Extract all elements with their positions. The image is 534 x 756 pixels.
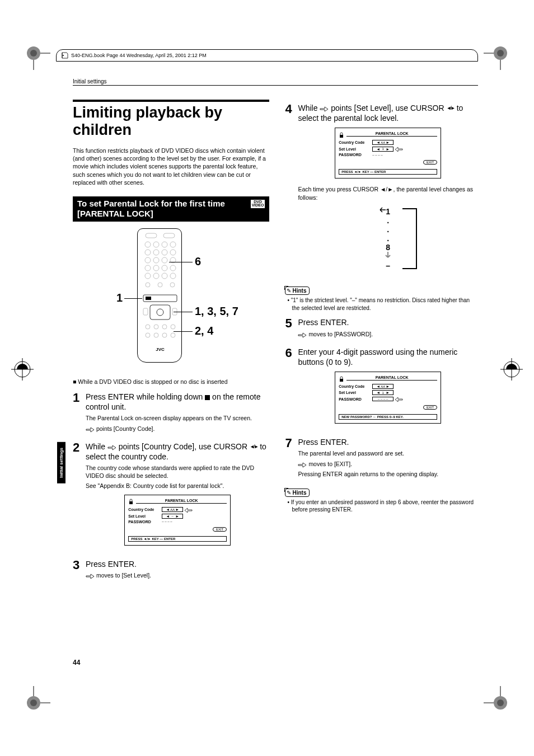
- step-heading: Press ENTER while holding down on the re…: [86, 392, 269, 412]
- callout-1: 1: [116, 292, 123, 304]
- step-number: 1: [73, 392, 83, 435]
- text: While: [86, 442, 107, 451]
- step-subtext: The Parental Lock on-screen display appe…: [86, 414, 269, 422]
- dvd-video-badge: DVD VIDEO: [251, 200, 265, 208]
- svg-point-25: [145, 242, 151, 247]
- svg-point-59: [154, 333, 158, 337]
- pointer-hand-icon: [185, 507, 193, 513]
- lock-icon: [128, 500, 134, 504]
- text: –: [172, 514, 174, 518]
- svg-rect-24: [163, 233, 175, 238]
- svg-point-60: [162, 333, 167, 337]
- callout-24: 2, 4: [195, 325, 213, 337]
- text: 1: [382, 147, 384, 151]
- step-subtext: moves to [Set Level].: [86, 571, 269, 579]
- osd-footer: PRESS ◄/► KEY — ENTER: [128, 536, 227, 542]
- step-heading: Press ENTER.: [298, 437, 478, 447]
- svg-point-61: [171, 333, 175, 337]
- pointer-hand-icon: [298, 461, 307, 468]
- section-title: To set Parental Lock for the first time …: [77, 199, 251, 219]
- step-heading: While points [Country Code], use CURSOR …: [86, 442, 269, 462]
- step-heading: Press ENTER.: [86, 559, 269, 569]
- step-subtext: The country code whose standards were ap…: [86, 464, 269, 480]
- pointer-hand-icon: [395, 146, 403, 152]
- text: AA: [381, 141, 385, 144]
- svg-point-58: [146, 333, 150, 337]
- page-number: 44: [73, 659, 80, 666]
- osd-label: Set Level: [339, 147, 372, 151]
- svg-point-43: [162, 273, 167, 279]
- side-tab: Initial settings: [57, 442, 65, 483]
- crop-mark-icon: [22, 692, 45, 714]
- svg-point-42: [153, 273, 159, 279]
- osd-value: – – – –: [372, 153, 382, 157]
- breadcrumb: Initial settings: [73, 78, 478, 86]
- step-subtext: Each time you press CURSOR ◄/►, the pare…: [298, 185, 478, 201]
- svg-point-55: [154, 325, 158, 329]
- svg-point-47: [170, 283, 175, 287]
- svg-point-41: [145, 273, 151, 279]
- step-number: 4: [285, 103, 295, 278]
- cycle-value: –: [385, 261, 391, 270]
- step-3: 3 Press ENTER. moves to [Set Level].: [73, 559, 269, 581]
- svg-rect-65: [340, 379, 343, 382]
- text: AA: [381, 385, 385, 388]
- step-number: 2: [73, 442, 83, 552]
- lock-icon: [339, 133, 344, 138]
- osd-value: ◄1►: [372, 147, 394, 152]
- svg-point-40: [170, 265, 176, 271]
- osd-value: ◄AA►: [372, 384, 394, 389]
- callout-6: 6: [195, 255, 201, 268]
- pointer-hand-icon: [107, 444, 116, 450]
- cycle-dots: .: [385, 225, 391, 234]
- svg-point-29: [145, 250, 151, 255]
- crop-mark-icon: [489, 692, 512, 714]
- osd-value: – – – –: [162, 520, 172, 523]
- step-subtext: Pressing ENTER again returns to the open…: [298, 470, 478, 478]
- osd-label: Country Code: [128, 508, 162, 511]
- svg-rect-50: [150, 305, 170, 320]
- hint-text: • "1" is the strictest level. "–" means …: [292, 297, 478, 312]
- osd-label: Country Code: [339, 384, 372, 388]
- step-subtext: moves to [PASSWORD].: [298, 330, 478, 338]
- osd-title: PARENTAL LOCK: [136, 499, 227, 504]
- svg-point-54: [146, 325, 150, 329]
- osd-value: ◄AA►: [372, 140, 394, 145]
- cycle-bracket-icon: [402, 208, 417, 270]
- osd-label: Set Level: [128, 514, 162, 518]
- step-heading: Press ENTER.: [298, 317, 478, 327]
- step-number: 7: [285, 437, 295, 480]
- step-subtext: The parental level and password are set.: [298, 449, 478, 457]
- osd-value: ◄1►: [372, 390, 394, 395]
- svg-point-26: [153, 242, 159, 247]
- osd-value: – – – –: [372, 397, 394, 401]
- stop-icon: [205, 395, 210, 400]
- osd-label: PASSWORD: [339, 153, 372, 157]
- remote-diagram: JVC 6 1 1, 3, 5, 7 2, 4: [73, 228, 269, 368]
- callout-line: [169, 262, 193, 262]
- svg-point-44: [170, 273, 176, 279]
- book-header: S40-ENG.book Page 44 Wednesday, April 25…: [56, 49, 478, 62]
- pointer-hand-icon: [86, 426, 95, 433]
- osd-value: ◄–►: [162, 514, 183, 519]
- precondition-text: ■ While a DVD VIDEO disc is stopped or n…: [73, 378, 269, 385]
- book-header-text: S40-ENG.book Page 44 Wednesday, April 25…: [71, 53, 207, 58]
- step-4: 4 While points [Set Level], use CURSOR ◄…: [285, 103, 478, 278]
- cursor-lr-icon: ◄/►: [250, 444, 257, 450]
- page-title: Limiting playback by children: [73, 100, 269, 139]
- text: Press ENTER while holding down: [86, 392, 205, 401]
- step-number: 6: [285, 347, 295, 430]
- osd-title: PARENTAL LOCK: [346, 132, 437, 137]
- svg-point-39: [162, 265, 167, 271]
- svg-point-5: [497, 50, 504, 57]
- crop-mark-icon: [500, 358, 523, 381]
- text: points [Country Code].: [96, 425, 154, 432]
- osd-label: PASSWORD: [128, 520, 162, 524]
- pencil-icon: ✎: [287, 288, 291, 294]
- hints-badge: ✎Hints: [285, 489, 310, 497]
- text: AA: [170, 508, 175, 511]
- osd-footer: PRESS ◄/► KEY — ENTER: [339, 169, 437, 175]
- step-subtext: See "Appendix B: Country code list for p…: [86, 482, 269, 490]
- section-heading: To set Parental Lock for the first time …: [73, 196, 269, 222]
- lock-icon: [339, 377, 344, 382]
